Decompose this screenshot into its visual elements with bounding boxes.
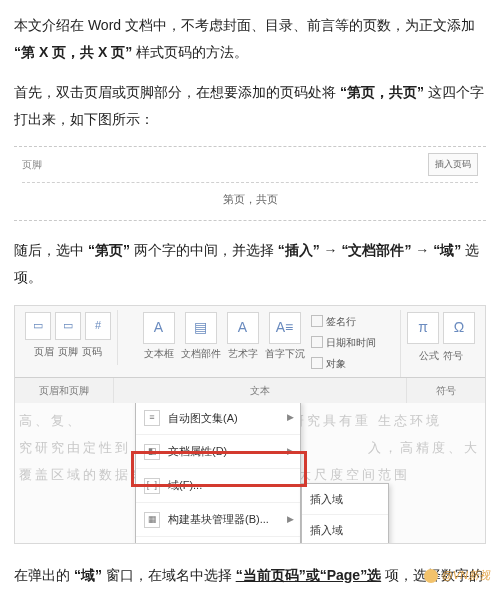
ribbon-label[interactable]: 公式: [419, 346, 439, 365]
document-parts-icon[interactable]: ▤: [185, 312, 217, 344]
ribbon-label[interactable]: 首字下沉: [265, 344, 305, 363]
submenu-label: 插入域: [310, 520, 343, 541]
text: 随后，选中: [14, 242, 84, 258]
ribbon-label[interactable]: 艺术字: [228, 344, 258, 363]
step2-paragraph: 随后，选中 “第页” 两个字的中间，并选择 “插入” → “文档部件” → “域…: [14, 237, 486, 290]
figure-header-footer: 页脚 插入页码 第页，共页: [14, 146, 486, 221]
ribbon-side-stack: 签名行 日期和时间 对象: [311, 312, 376, 373]
watermark-icon: [424, 569, 438, 583]
text: 首先，双击页眉或页脚部分，在想要添加的页码处将: [14, 84, 336, 100]
ribbon-label[interactable]: 日期和时间: [326, 333, 376, 352]
submenu-label: 插入域: [310, 489, 343, 510]
chevron-right-icon: ▶: [287, 511, 294, 528]
ribbon-label[interactable]: 文档部件: [181, 344, 221, 363]
document-parts-dropdown: ≡ 自动图文集(A) ▶ ◧ 文档属性(D) ▶ [=] 域(F)... ▦ 构…: [135, 403, 301, 543]
text: 本文介绍在 Word 文档中，不考虑封面、目录、前言等的页数，为正文添加: [14, 17, 475, 33]
page-number-icon[interactable]: #: [85, 312, 111, 340]
ribbon-group-text: A 文本框 ▤ 文档部件 A 艺术字 A≡ 首字下沉 签名行 日期和时间: [118, 310, 401, 377]
watermark-text: @VN新视: [442, 565, 490, 586]
equation-icon[interactable]: π: [407, 312, 439, 344]
chevron-right-icon: ▶: [287, 443, 294, 460]
figure1-center-text: 第页，共页: [22, 189, 478, 210]
intro-paragraph: 本文介绍在 Word 文档中，不考虑封面、目录、前言等的页数，为正文添加 “第 …: [14, 12, 486, 65]
footer-icon[interactable]: ▭: [55, 312, 81, 340]
ribbon-label[interactable]: 符号: [443, 346, 463, 365]
bold-text: “域”: [433, 242, 461, 258]
dropdown-label: 文档属性(D): [168, 441, 227, 462]
ribbon-label[interactable]: 页脚: [58, 342, 78, 361]
arrow: →: [415, 242, 429, 258]
group-name: 文本: [114, 378, 407, 403]
bold-text: “域”: [74, 567, 102, 583]
document-body-area: 高、复、 相天研究具有重 生态环境 究研究由定性到 推动作用 入，高精度、大覆盖…: [15, 403, 485, 543]
dropdown-item-doc-property[interactable]: ◧ 文档属性(D) ▶: [136, 435, 300, 469]
field-icon: [=]: [144, 478, 160, 494]
building-block-icon: ▦: [144, 512, 160, 528]
textbox-icon[interactable]: A: [143, 312, 175, 344]
date-time-icon[interactable]: [311, 336, 323, 348]
bold-underline-text: “当前页码”或“Page”选: [236, 567, 381, 583]
header-icon[interactable]: ▭: [25, 312, 51, 340]
dropdown-item-building-blocks[interactable]: ▦ 构建基块管理器(B)... ▶: [136, 503, 300, 537]
text: 窗口，在域名中选择: [106, 567, 232, 583]
text: 在弹出的: [14, 567, 70, 583]
group-name: 符号: [407, 378, 485, 403]
dropdown-label: 域(F)...: [168, 475, 202, 496]
ribbon-group-symbols: π Ω 公式 符号: [401, 310, 481, 369]
submenu-item[interactable]: 插入域: [302, 515, 388, 542]
watermark: @VN新视: [424, 565, 490, 586]
arrow: →: [324, 242, 338, 258]
dropdown-item-save-selection[interactable]: ✎ 将所选内容保存到文档部件库(S)...: [136, 537, 300, 542]
ribbon-label[interactable]: 文本框: [144, 344, 174, 363]
step3-paragraph: 在弹出的 “域” 窗口，在域名中选择 “当前页码”或“Page”选 项，选择数字…: [14, 562, 486, 592]
insert-page-number-badge: 插入页码: [428, 153, 478, 176]
figure1-top-row: 页脚 插入页码: [22, 153, 478, 183]
bold-text: “第页”: [88, 242, 130, 258]
field-submenu: 插入域 插入域: [301, 483, 389, 543]
group-name: 页眉和页脚: [15, 378, 114, 403]
autotext-icon: ≡: [144, 410, 160, 426]
ribbon-label[interactable]: 页眉: [34, 342, 54, 361]
text: 样式页码的方法。: [136, 44, 248, 60]
chevron-right-icon: ▶: [287, 409, 294, 426]
ribbon-label[interactable]: 页码: [82, 342, 102, 361]
signature-line-icon[interactable]: [311, 315, 323, 327]
ribbon-label[interactable]: 签名行: [326, 312, 356, 331]
ribbon-group-names: 页眉和页脚 文本 符号: [15, 378, 485, 403]
bold-text: “第 X 页，共 X 页”: [14, 44, 132, 60]
step1-paragraph: 首先，双击页眉或页脚部分，在想要添加的页码处将 “第页，共页” 这四个字打出来，…: [14, 79, 486, 132]
dropdown-item-autotext[interactable]: ≡ 自动图文集(A) ▶: [136, 403, 300, 436]
submenu-item[interactable]: 插入域: [302, 484, 388, 516]
doc-property-icon: ◧: [144, 444, 160, 460]
dropdown-label: 自动图文集(A): [168, 408, 238, 429]
bold-text: “插入”: [278, 242, 320, 258]
wordart-icon[interactable]: A: [227, 312, 259, 344]
dropdown-item-field[interactable]: [=] 域(F)...: [136, 469, 300, 503]
figure-ribbon-screenshot: ▭ ▭ # 页眉 页脚 页码 A 文本框 ▤ 文档部件: [14, 305, 486, 544]
bold-text: “第页，共页”: [340, 84, 424, 100]
ribbon: ▭ ▭ # 页眉 页脚 页码 A 文本框 ▤ 文档部件: [15, 306, 485, 378]
ribbon-group-header-footer: ▭ ▭ # 页眉 页脚 页码: [19, 310, 118, 365]
text: 两个字的中间，并选择: [134, 242, 274, 258]
bold-text: “文档部件”: [341, 242, 411, 258]
symbol-icon[interactable]: Ω: [443, 312, 475, 344]
dropcap-icon[interactable]: A≡: [269, 312, 301, 344]
dropdown-label: 构建基块管理器(B)...: [168, 509, 269, 530]
footer-label: 页脚: [22, 155, 42, 174]
ribbon-label[interactable]: 对象: [326, 354, 346, 373]
object-icon[interactable]: [311, 357, 323, 369]
